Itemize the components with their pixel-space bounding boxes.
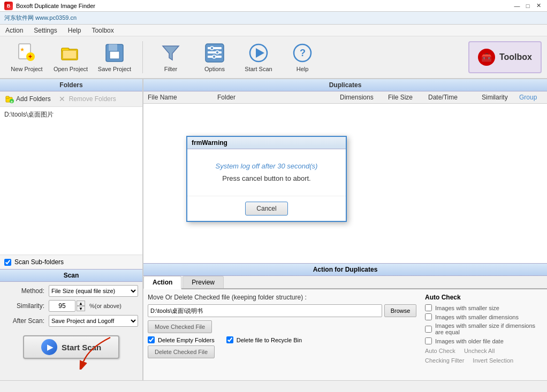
arrow-area [0, 364, 142, 380]
auto-check-option-1: Images with smaller dimensions [425, 313, 543, 320]
svg-text:+: + [28, 53, 32, 60]
similarity-down-btn[interactable]: ▼ [77, 306, 85, 311]
scan-sub-label: Scan Sub-folders [14, 258, 64, 266]
save-project-label: Save Project [98, 66, 131, 72]
remove-folders-button[interactable]: ✕ Remove Folders [56, 94, 118, 104]
action-path-input[interactable] [148, 304, 382, 317]
filter-button[interactable]: Filter [149, 38, 192, 76]
menu-toolbox[interactable]: Toolbox [86, 26, 119, 35]
auto-check-checkbox-3[interactable] [425, 337, 432, 344]
col-filesize: File Size [384, 93, 424, 102]
auto-check-btn[interactable]: Auto Check [425, 348, 455, 354]
save-project-button[interactable]: Save Project [93, 38, 136, 76]
action-header: Action for Duplicates [143, 263, 547, 276]
scan-sub-row: Scan Sub-folders [0, 255, 142, 269]
col-folder: Folder [213, 93, 336, 102]
menu-action[interactable]: Action [0, 26, 28, 35]
svg-rect-23 [6, 96, 9, 98]
auto-check-checkbox-0[interactable] [425, 304, 432, 311]
tab-preview[interactable]: Preview [183, 276, 224, 288]
duplicates-header: Duplicates [143, 79, 547, 91]
move-checked-button[interactable]: Move Checked File [148, 320, 212, 333]
action-body: Move Or Delete Checked file (keeping fol… [143, 289, 547, 380]
warning-line1: System log off after 30 second(s) [196, 160, 337, 172]
after-scan-row: After Scan: Save Project and Logoff [4, 315, 138, 327]
similarity-spinner: ▲ ▼ [49, 300, 85, 312]
svg-marker-10 [163, 46, 179, 60]
similarity-spinner-btns: ▲ ▼ [77, 301, 85, 311]
add-folders-label: Add Folders [16, 95, 51, 103]
svg-text:+: + [11, 99, 13, 104]
open-project-label: Open Project [54, 66, 88, 72]
auto-check-checkbox-2[interactable] [425, 326, 432, 333]
save-project-icon [104, 42, 125, 64]
auto-check-btns: Auto Check Uncheck All [425, 348, 543, 354]
similarity-suffix: %(or above) [89, 303, 121, 309]
open-project-button[interactable]: Open Project [49, 38, 92, 76]
auto-check-checkbox-1[interactable] [425, 313, 432, 320]
auto-check-option-label-1: Images with smaller dimensions [435, 314, 519, 320]
similarity-up-btn[interactable]: ▲ [77, 301, 85, 306]
invert-selection-btn[interactable]: Invert Selection [473, 357, 513, 364]
minimize-button[interactable]: — [513, 2, 521, 10]
auto-check-btns-2: Checking Filter Invert Selection [425, 357, 543, 364]
svg-point-15 [210, 47, 214, 50]
new-project-icon: ★ + [16, 42, 37, 64]
add-folders-icon: + [5, 95, 14, 103]
after-scan-select[interactable]: Save Project and Logoff [49, 315, 138, 327]
browse-button[interactable]: Browse [384, 304, 416, 317]
folders-toolbar: + Add Folders ✕ Remove Folders [0, 91, 142, 107]
scan-options: Method: File Size (equal file size) Simi… [0, 282, 142, 330]
help-icon: ? [292, 42, 313, 64]
delete-empty-checkbox[interactable] [148, 336, 155, 343]
warning-line2: Press cancel button to abort. [196, 172, 337, 185]
app-title: Boxoft Duplicate Image Finder [16, 3, 95, 9]
tab-action[interactable]: Action [143, 276, 181, 289]
delete-recycle-checkbox[interactable] [226, 336, 233, 343]
remove-folders-icon: ✕ [58, 95, 67, 103]
uncheck-all-btn[interactable]: Uncheck All [464, 348, 495, 354]
add-folders-button[interactable]: + Add Folders [3, 94, 53, 104]
start-scan-toolbar-button[interactable]: Start Scan [237, 38, 280, 76]
maximize-button[interactable]: □ [523, 2, 532, 10]
title-bar: B Boxoft Duplicate Image Finder — □ ✕ [0, 0, 547, 12]
action-path-row: Browse [148, 304, 416, 317]
start-scan-toolbar-label: Start Scan [245, 66, 272, 72]
menu-help[interactable]: Help [63, 26, 87, 35]
svg-rect-9 [110, 51, 119, 59]
title-bar-left: B Boxoft Duplicate Image Finder [4, 2, 95, 10]
warning-cancel-button[interactable]: Cancel [245, 202, 288, 216]
delete-recycle-label: Delete file to Recycle Bin [237, 337, 302, 343]
close-button[interactable]: ✕ [534, 2, 543, 10]
options-label: Options [204, 66, 225, 72]
new-project-button[interactable]: ★ + New Project [5, 38, 48, 76]
svg-rect-6 [63, 50, 77, 59]
col-filename: File Name [143, 93, 213, 102]
toolbox-section: 🧰 Toolbox [468, 41, 542, 73]
toolbar-separator-1 [142, 41, 143, 73]
method-label: Method: [4, 287, 44, 295]
help-button[interactable]: ? Help [281, 38, 324, 76]
main-layout: Folders + Add Folders ✕ Remove Folders [0, 79, 547, 380]
col-group: Group [515, 93, 547, 102]
similarity-input[interactable] [49, 300, 75, 312]
scan-sub-checkbox[interactable] [4, 259, 11, 266]
toolbar: ★ + New Project Open Project Save Pro [0, 36, 547, 79]
status-bar [0, 380, 547, 392]
svg-text:?: ? [300, 48, 306, 58]
delete-empty-label: Delete Empty Folders [158, 337, 215, 343]
move-label: Move Or Delete Checked file (keeping fol… [148, 294, 416, 301]
menu-settings[interactable]: Settings [28, 26, 62, 35]
method-select[interactable]: File Size (equal file size) [49, 285, 138, 297]
action-left: Move Or Delete Checked file (keeping fol… [148, 294, 416, 376]
col-datetime: Date/Time [424, 93, 477, 102]
remove-folders-label: Remove Folders [69, 95, 116, 103]
checking-filter-btn[interactable]: Checking Filter [425, 357, 464, 364]
start-scan-toolbar-icon [248, 42, 269, 64]
delete-checked-button[interactable]: Delete Checked File [148, 345, 215, 358]
right-panel: Duplicates File Name Folder Dimensions F… [143, 79, 547, 380]
auto-check-panel: Auto Check Images with smaller size Imag… [425, 294, 543, 376]
options-button[interactable]: Options [193, 38, 236, 76]
help-label: Help [297, 66, 309, 72]
col-dimensions: Dimensions [336, 93, 384, 102]
